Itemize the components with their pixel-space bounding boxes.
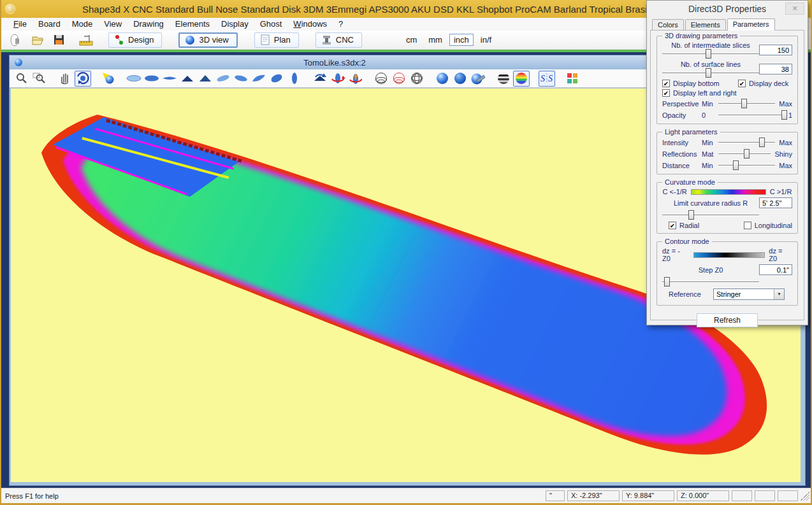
view-persp-2-icon[interactable] — [233, 71, 249, 87]
menu-drawing[interactable]: Drawing — [127, 18, 170, 31]
reflections-label: Reflections — [662, 150, 702, 158]
radius-slider[interactable] — [662, 210, 759, 220]
rotate-horizontal-icon[interactable] — [330, 71, 346, 87]
slices-slider[interactable] — [662, 49, 759, 59]
cnc-icon — [321, 34, 332, 45]
solid-sphere-icon[interactable] — [434, 71, 451, 87]
unit-mm[interactable]: mm — [424, 34, 447, 46]
paint-sphere-icon[interactable] — [470, 71, 486, 87]
view-persp-1-icon[interactable] — [215, 71, 231, 87]
measure-icon[interactable] — [78, 32, 94, 48]
status-x-cell: X: -2.293" — [567, 490, 620, 501]
distance-label: Distance — [662, 162, 702, 169]
slices-label: Nb. of intermediate slices — [671, 41, 750, 49]
refresh-button[interactable]: Refresh — [697, 313, 758, 327]
curvature-right-label: C >1/R — [770, 188, 792, 196]
view-nose-icon[interactable] — [179, 71, 196, 87]
distance-slider[interactable] — [718, 160, 775, 170]
display-bottom-checkbox[interactable]: ✔ — [662, 80, 670, 87]
tab-colors[interactable]: Colors — [652, 19, 684, 30]
surface-lines-label: Nb. of surface lines — [681, 60, 741, 68]
longitudinal-checkbox[interactable] — [744, 222, 751, 229]
view-persp-3-icon[interactable] — [250, 71, 267, 87]
pan-hand-icon[interactable] — [57, 71, 73, 87]
plan-button[interactable]: Plan — [254, 32, 299, 48]
status-z-cell: Z: 0.000" — [677, 490, 729, 501]
wire-sphere-red-icon[interactable] — [391, 71, 407, 87]
menu-view[interactable]: View — [98, 18, 127, 31]
status-y-cell: Y: 9.884" — [622, 490, 674, 501]
view-top-icon[interactable] — [126, 71, 142, 87]
menu-help[interactable]: ? — [333, 18, 349, 31]
resize-grip[interactable] — [801, 492, 809, 501]
window-title: Shape3d X CNC Standard Bull Nose Standar… — [15, 4, 660, 15]
menu-ghost[interactable]: Ghost — [254, 18, 288, 31]
view-tail-icon[interactable] — [197, 71, 214, 87]
help-text: Press F1 for help — [1, 492, 546, 500]
new-board-icon[interactable] — [8, 32, 24, 48]
radial-checkbox[interactable]: ✔ — [669, 222, 676, 229]
tab-elements[interactable]: Elements — [685, 19, 726, 30]
contour-left-label: dz = - Z0 — [662, 247, 690, 262]
status-empty-cell — [755, 490, 775, 501]
curvature-ss-icon[interactable]: SS — [539, 71, 555, 87]
radius-input[interactable]: 5' 2.5" — [759, 197, 792, 208]
rotate-flip-icon[interactable] — [312, 71, 328, 87]
menu-elements[interactable]: Elements — [170, 18, 215, 31]
rotate-3d-icon[interactable] — [75, 71, 91, 87]
unit-cm[interactable]: cm — [402, 34, 421, 46]
status-unit-cell: " — [546, 490, 565, 501]
menu-board[interactable]: Board — [33, 18, 66, 31]
design-button[interactable]: Design — [108, 32, 162, 48]
menu-mode[interactable]: Mode — [66, 18, 99, 31]
wire-mesh-sphere-icon[interactable] — [409, 71, 425, 87]
slices-input[interactable]: 150 — [759, 45, 792, 55]
menu-windows[interactable]: Windows — [287, 18, 333, 31]
group-curvature-mode: Curvature mode C <-1/R C >1/R Limit curv… — [656, 182, 798, 234]
view-persp-4-icon[interactable] — [268, 71, 285, 87]
tile-colors-icon[interactable] — [564, 71, 581, 87]
surface-lines-input[interactable]: 38 — [759, 64, 792, 75]
rainbow-sphere-icon[interactable] — [513, 71, 530, 87]
document-title: TomoLike.s3dx:2 — [22, 58, 647, 68]
view-front-icon[interactable] — [286, 71, 303, 87]
display-deck-checkbox[interactable]: ✔ — [738, 80, 746, 87]
unit-inf[interactable]: in/f — [476, 34, 496, 46]
radius-label: Limit curvature radius R — [662, 199, 759, 207]
parameters-tab-pane: 3D drawing parameters Nb. of intermediat… — [650, 30, 804, 320]
status-bar: Press F1 for help " X: -2.293" Y: 9.884"… — [1, 488, 811, 503]
open-folder-icon[interactable] — [29, 32, 46, 48]
menu-file[interactable]: File — [8, 18, 33, 31]
intensity-slider[interactable] — [718, 138, 775, 147]
rotate-vertical-icon[interactable] — [347, 71, 364, 87]
group-3d-drawing-parameters: 3D drawing parameters Nb. of intermediat… — [656, 36, 798, 124]
app-logo-icon — [5, 4, 15, 14]
reference-dropdown[interactable]: Stringer ▼ — [713, 288, 785, 300]
cnc-button[interactable]: CNC — [315, 32, 362, 48]
light-icon[interactable] — [100, 71, 117, 87]
view-bottom-icon[interactable] — [143, 71, 160, 87]
step-z0-slider[interactable] — [662, 277, 759, 287]
group-light-parameters: Light parameters Intensity Min Max Refle… — [656, 132, 798, 174]
view-side-icon[interactable] — [161, 71, 178, 87]
menu-display[interactable]: Display — [215, 18, 254, 31]
perspective-slider[interactable] — [718, 99, 775, 108]
zoom-icon[interactable] — [13, 71, 30, 87]
chevron-down-icon[interactable]: ▼ — [774, 289, 784, 299]
view3d-button[interactable]: 3D view — [178, 32, 237, 48]
tab-parameters[interactable]: Parameters — [727, 18, 775, 31]
solid-sphere-dark-icon[interactable] — [452, 71, 468, 87]
group-contour-mode: Contour mode dz = - Z0 dz = Z0 Step Z0 0… — [656, 241, 798, 306]
zoom-window-icon[interactable] — [31, 71, 48, 87]
striped-sphere-icon[interactable] — [495, 71, 512, 87]
save-icon[interactable] — [51, 32, 68, 48]
curvature-left-label: C <-1/R — [663, 188, 687, 196]
display-left-right-checkbox[interactable]: ✔ — [662, 89, 670, 97]
unit-inch[interactable]: inch — [449, 34, 474, 46]
opacity-slider[interactable] — [718, 110, 785, 120]
close-icon[interactable]: ✕ — [785, 3, 804, 15]
surface-lines-slider[interactable] — [662, 68, 759, 78]
reflections-slider[interactable] — [718, 149, 771, 159]
wire-sphere-icon[interactable] — [373, 71, 389, 87]
step-z0-input[interactable]: 0.1" — [759, 264, 792, 275]
